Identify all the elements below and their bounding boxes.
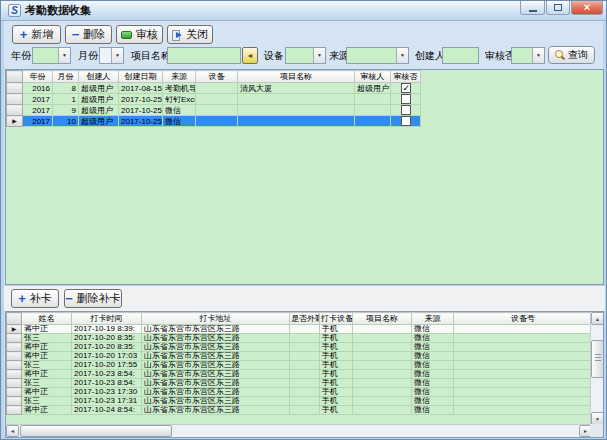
cell[interactable]	[290, 334, 320, 343]
cell[interactable]: 蒋中正	[22, 343, 72, 352]
column-header[interactable]: 设备号	[454, 313, 593, 325]
project-name-input[interactable]	[167, 47, 241, 64]
cell[interactable]	[454, 379, 593, 388]
chevron-down-icon[interactable]: ▼	[313, 48, 325, 63]
cell[interactable]: 微信	[412, 397, 454, 406]
cell[interactable]	[353, 388, 412, 397]
cell[interactable]	[454, 334, 593, 343]
cell[interactable]: 山东省东营市东营区东三路	[142, 325, 290, 334]
delete-makeup-card-button[interactable]: − 删除补卡	[64, 289, 122, 308]
minimize-button[interactable]	[520, 1, 545, 15]
cell[interactable]: 蒋中正	[22, 370, 72, 379]
row-indicator[interactable]	[7, 352, 22, 361]
cell[interactable]	[290, 388, 320, 397]
cell[interactable]	[454, 352, 593, 361]
creator-input[interactable]	[442, 47, 479, 64]
cell[interactable]: 2017-10-20 8:35:	[72, 334, 142, 343]
scrollbar-thumb[interactable]	[20, 425, 172, 437]
vertical-scrollbar[interactable]: ▲ ▼	[590, 312, 603, 425]
cell[interactable]: 山东省东营市东营区东三路	[142, 352, 290, 361]
cell[interactable]	[454, 361, 593, 370]
column-header[interactable]: 来源	[163, 71, 196, 83]
cell[interactable]	[290, 352, 320, 361]
cell[interactable]: 考勤机导出	[163, 83, 196, 94]
table-row[interactable]: 蒋中正2017-10-23 17:30山东省东营市东营区东三路手机微信	[7, 388, 593, 397]
cell[interactable]: 手机	[320, 370, 353, 379]
close-window-button[interactable]: 关闭	[167, 25, 213, 44]
chevron-down-icon[interactable]: ▼	[58, 48, 70, 63]
cell[interactable]: 手机	[320, 397, 353, 406]
cell[interactable]: 张三	[22, 361, 72, 370]
cell[interactable]: 2017-10-23 17:31	[72, 397, 142, 406]
cell[interactable]: 超级用户	[79, 116, 119, 127]
close-button[interactable]: ×	[571, 1, 603, 15]
cell[interactable]: 手机	[320, 352, 353, 361]
cell[interactable]: 手机	[320, 343, 353, 352]
cell[interactable]	[353, 361, 412, 370]
attendance-batch-grid[interactable]: 年份月份创建人创建日期来源设备项目名称审核人审核否 20168超级用户2017-…	[5, 69, 604, 285]
cell[interactable]	[290, 325, 320, 334]
cell[interactable]: 手机	[320, 388, 353, 397]
cell[interactable]: 2017-10-19 8:39:	[72, 325, 142, 334]
row-indicator[interactable]	[7, 83, 23, 94]
cell[interactable]	[290, 397, 320, 406]
device-combo[interactable]: ▼	[285, 47, 326, 64]
table-row[interactable]: 蒋中正2017-10-23 8:54:山东省东营市东营区东三路手机微信	[7, 370, 593, 379]
column-header[interactable]: 打卡设备	[320, 313, 353, 325]
source-combo[interactable]: ▼	[346, 47, 409, 64]
cell[interactable]	[355, 105, 391, 116]
cell[interactable]	[353, 352, 412, 361]
table-row[interactable]: 20171超级用户2017-10-25钉钉Excel	[7, 94, 421, 105]
cell[interactable]: 2017-10-23 8:54:	[72, 370, 142, 379]
row-indicator[interactable]	[7, 370, 22, 379]
cell[interactable]	[454, 325, 593, 334]
cell[interactable]	[353, 343, 412, 352]
column-header[interactable]: 审核人	[355, 71, 391, 83]
cell[interactable]	[353, 370, 412, 379]
row-indicator[interactable]: ▶	[7, 325, 22, 334]
cell[interactable]	[355, 116, 391, 127]
cell[interactable]: 山东省东营市东营区东三路	[142, 343, 290, 352]
row-indicator[interactable]	[7, 334, 22, 343]
cell-audited[interactable]	[391, 116, 421, 127]
cell[interactable]	[454, 406, 593, 415]
cell[interactable]: 2017-10-25	[119, 116, 163, 127]
cell[interactable]: 蒋中正	[22, 388, 72, 397]
column-header[interactable]: 设备	[196, 71, 238, 83]
cell[interactable]: 2017-10-20 17:03	[72, 352, 142, 361]
cell[interactable]: 微信	[412, 388, 454, 397]
column-header[interactable]: 年份	[23, 71, 53, 83]
cell[interactable]: 张三	[22, 334, 72, 343]
scroll-up-icon[interactable]: ▲	[591, 312, 604, 325]
cell[interactable]	[196, 105, 238, 116]
cell[interactable]	[353, 406, 412, 415]
cell[interactable]: 微信	[412, 334, 454, 343]
cell[interactable]: 蒋中正	[22, 406, 72, 415]
titlebar[interactable]: S 考勤数据收集 ×	[1, 1, 607, 21]
cell[interactable]: 2017	[23, 105, 53, 116]
cell[interactable]	[290, 370, 320, 379]
table-row[interactable]: 蒋中正2017-10-24 8:54:山东省东营市东营区东三路手机微信	[7, 406, 593, 415]
cell[interactable]: 山东省东营市东营区东三路	[142, 361, 290, 370]
cell[interactable]: 微信	[412, 370, 454, 379]
row-indicator[interactable]	[7, 397, 22, 406]
cell[interactable]: 微信	[412, 361, 454, 370]
cell-audited[interactable]	[391, 94, 421, 105]
cell[interactable]: 2017-10-25	[119, 105, 163, 116]
column-header[interactable]: 创建人	[79, 71, 119, 83]
cell[interactable]	[238, 105, 355, 116]
cell[interactable]: 2017-10-25	[119, 94, 163, 105]
checkbox[interactable]	[401, 116, 411, 126]
chevron-down-icon[interactable]: ▼	[111, 48, 123, 63]
cell[interactable]	[196, 116, 238, 127]
cell[interactable]	[196, 83, 238, 94]
cell[interactable]: 山东省东营市东营区东三路	[142, 388, 290, 397]
cell[interactable]	[454, 397, 593, 406]
cell[interactable]: 手机	[320, 361, 353, 370]
cell[interactable]: 2017-10-23 17:30	[72, 388, 142, 397]
month-combo[interactable]: ▼	[99, 47, 124, 64]
cell[interactable]: 微信	[163, 116, 196, 127]
cell[interactable]: 山东省东营市东营区东三路	[142, 397, 290, 406]
cell[interactable]: 2016	[23, 83, 53, 94]
checkbox[interactable]	[401, 105, 411, 115]
